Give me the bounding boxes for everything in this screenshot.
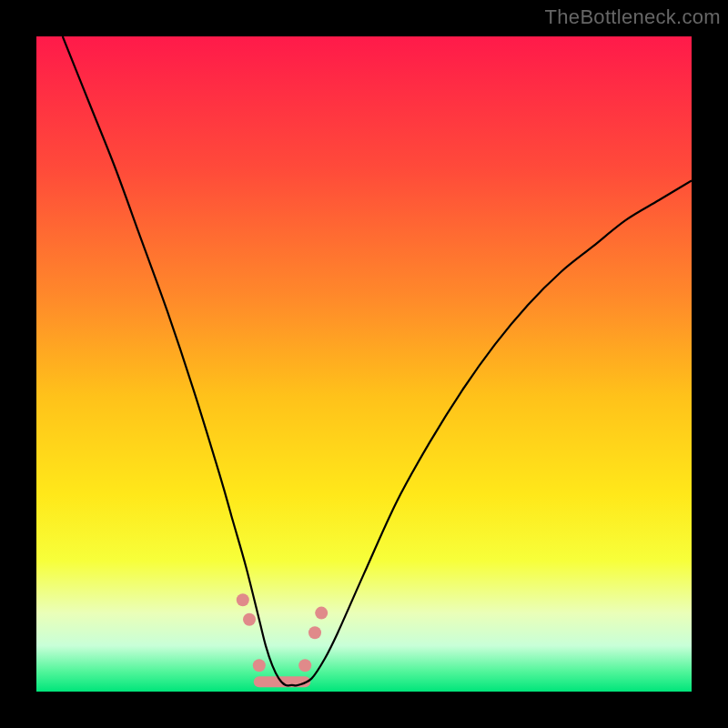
minimum-dot: [243, 613, 256, 626]
plot-area: [36, 36, 692, 692]
minimum-marker: [237, 593, 328, 682]
minimum-dot: [298, 659, 311, 672]
minimum-dot: [308, 626, 321, 639]
minimum-dot: [315, 607, 328, 620]
chart-curves: [36, 36, 692, 692]
minimum-dot: [237, 593, 249, 606]
watermark-text: TheBottleneck.com: [545, 5, 721, 29]
bottleneck-curve: [63, 36, 692, 685]
minimum-dot: [253, 659, 266, 672]
chart-frame: TheBottleneck.com: [0, 0, 728, 728]
